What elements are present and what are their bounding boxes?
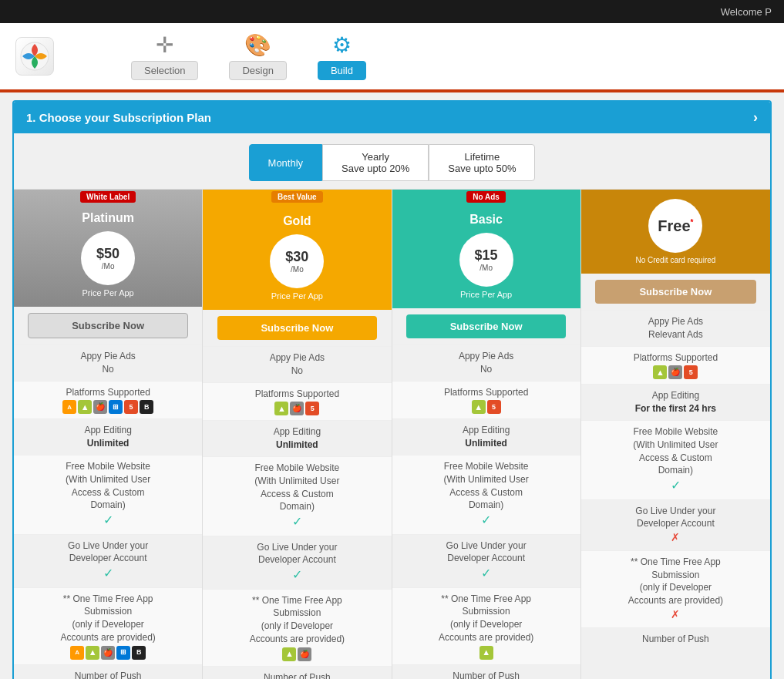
icon-blackberry2: B [132,646,146,660]
platinum-ads: Appy Pie AdsNo [14,345,202,381]
free-free-app-sub: ** One Time Free AppSubmission(only if D… [581,550,770,627]
billing-lifetime[interactable]: LifetimeSave upto 50% [429,144,535,181]
free-header: Free* No Credit card required [581,190,770,274]
gold-app-editing: App EditingUnlimited [203,420,391,456]
icon-html5: 5 [124,400,138,414]
free-golive-cross: ✗ [671,531,680,543]
free-app-editing: App EditingFor the first 24 hrs [581,384,770,420]
icon-html5-f: 5 [684,365,698,379]
steps-nav: ✛ Selection 🎨 Design ⚙ Build [116,28,382,85]
gold-free-app-sub: ** One Time Free AppSubmission(only if D… [203,589,391,666]
icon-android-f: ▲ [653,365,667,379]
icon-android: ▲ [78,400,92,414]
basic-subscribe-btn[interactable]: Subscribe Now [406,314,567,338]
step-build-label: Build [318,61,366,80]
gold-sub-icons: ▲ 🍎 [209,647,385,661]
basic-free-app-sub: ** One Time Free AppSubmission(only if D… [392,587,580,664]
platinum-header: White Label Platinum $50 /Mo Price Per A… [14,190,202,307]
basic-price-circle: $15 /Mo [459,233,513,287]
platinum-app-editing: App EditingUnlimited [14,418,202,455]
platinum-mobile-check: ✓ [103,513,113,526]
subscription-panel: 1. Choose your Subscription Plan › Month… [12,100,772,679]
gold-header: Best Value Gold $30 /Mo Price Per App [203,190,391,310]
free-go-live: Go Live Under yourDeveloper Account ✗ [581,499,770,550]
icon-android2: ▲ [86,646,99,660]
basic-header: No Ads Basic $15 /Mo Price Per App [392,190,580,308]
header: ✛ Selection 🎨 Design ⚙ Build [0,23,784,92]
platinum-badge: White Label [80,191,136,203]
gold-badge: Best Value [271,191,323,203]
icon-windows: ⊞ [109,400,123,414]
plan-platinum: White Label Platinum $50 /Mo Price Per A… [14,190,203,679]
basic-badge: No Ads [466,191,506,203]
icon-amazon: A [62,400,76,414]
basic-ads: Appy Pie AdsNo [392,345,580,381]
free-mobile-website: Free Mobile Website(With Unlimited UserA… [581,420,770,499]
platinum-platforms: Platforms Supported A ▲ 🍎 ⊞ 5 B [14,381,202,419]
step-build[interactable]: ⚙ Build [302,28,382,85]
step-selection[interactable]: ✛ Selection [116,28,214,85]
step-design-label: Design [229,61,286,80]
icon-android-b: ▲ [472,400,486,414]
platinum-name: Platinum [82,211,134,225]
step-build-icon: ⚙ [332,32,352,58]
free-mobile-check: ✓ [671,479,681,492]
basic-platform-icons: ▲ 5 [399,400,574,414]
icon-ios-f: 🍎 [668,365,682,379]
gold-mobile-check: ✓ [292,515,302,528]
gold-subscribe-btn[interactable]: Subscribe Now [217,316,378,340]
gold-go-live: Go Live Under yourDeveloper Account ✓ [203,536,391,589]
welcome-text: Welcome P [721,6,772,18]
icon-ios2: 🍎 [101,646,115,660]
step-selection-label: Selection [131,61,198,80]
basic-sub-icons: ▲ [399,646,574,660]
free-ads: Appy Pie AdsRelevant Ads [581,310,770,346]
basic-platforms: Platforms Supported ▲ 5 [392,381,580,419]
free-no-cc: No Credit card required [635,256,715,264]
step-design[interactable]: 🎨 Design [214,28,301,85]
basic-price: $15 [475,247,498,264]
platinum-go-live: Go Live Under yourDeveloper Account ✓ [14,534,202,587]
platinum-price: $50 [96,246,119,262]
main-content: 1. Choose your Subscription Plan › Month… [0,92,784,679]
plan-basic: No Ads Basic $15 /Mo Price Per App Subsc… [392,190,581,679]
gold-price: $30 [285,249,308,265]
gold-name: Gold [283,214,311,228]
icon-ios: 🍎 [93,400,107,414]
basic-push: Number of Push [392,664,580,679]
free-platform-icons: ▲ 🍎 5 [587,365,764,379]
free-platforms: Platforms Supported ▲ 🍎 5 [581,346,770,385]
gold-push: Number of PushNotifications [203,666,391,679]
icon-html5-b: 5 [487,400,501,414]
icon-windows2: ⊞ [116,646,130,660]
billing-yearly[interactable]: YearlySave upto 20% [322,144,429,181]
plans-grid: White Label Platinum $50 /Mo Price Per A… [14,189,770,679]
free-subscribe-btn[interactable]: Subscribe Now [595,280,755,304]
platinum-mobile-website: Free Mobile Website(With Unlimited UserA… [14,455,202,534]
gold-ads: Appy Pie AdsNo [203,346,391,382]
platinum-platform-icons: A ▲ 🍎 ⊞ 5 B [20,400,196,414]
basic-golive-check: ✓ [481,566,491,580]
billing-monthly[interactable]: Monthly [249,144,323,181]
icon-android-bs: ▲ [479,646,493,660]
icon-android-gs: ▲ [282,647,296,661]
basic-app-editing: App EditingUnlimited [392,418,580,455]
platinum-period: /Mo [102,262,115,271]
panel-title: 1. Choose your Subscription Plan [26,111,211,124]
billing-toggle: Monthly YearlySave upto 20% LifetimeSave… [14,133,770,189]
platinum-price-circle: $50 /Mo [81,231,135,285]
free-push: Number of Push [581,627,770,650]
platinum-push: Number of Push [14,664,202,679]
free-price-circle: Free* [648,199,702,253]
basic-name: Basic [469,213,503,227]
top-bar: Welcome P [0,0,784,23]
icon-html5-g: 5 [305,402,319,415]
panel-arrow[interactable]: › [753,109,758,126]
icon-blackberry: B [140,400,153,414]
icon-android-g: ▲ [274,402,288,415]
gold-platform-icons: ▲ 🍎 5 [209,402,385,415]
platinum-subscribe-btn[interactable]: Subscribe Now [28,313,188,338]
gold-mobile-website: Free Mobile Website(With Unlimited UserA… [203,456,391,536]
platinum-sub-icons: A ▲ 🍎 ⊞ B [20,646,196,660]
icon-amazon2: A [70,646,84,660]
